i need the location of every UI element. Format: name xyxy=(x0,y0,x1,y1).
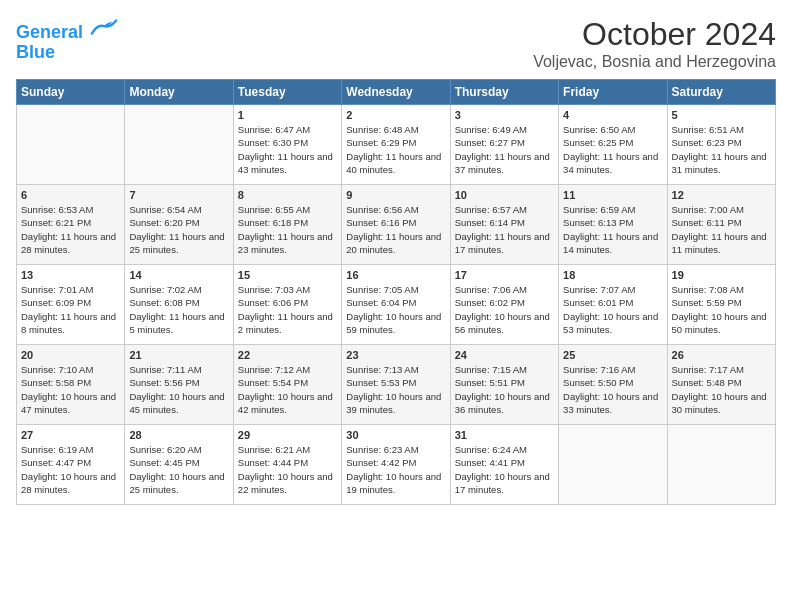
day-detail: Sunrise: 6:53 AM Sunset: 6:21 PM Dayligh… xyxy=(21,203,120,256)
day-detail: Sunrise: 6:50 AM Sunset: 6:25 PM Dayligh… xyxy=(563,123,662,176)
weekday-header: Friday xyxy=(559,80,667,105)
calendar-cell xyxy=(667,425,775,505)
day-number: 28 xyxy=(129,429,228,441)
daylight-text: Daylight: 10 hours and 56 minutes. xyxy=(455,311,550,335)
calendar-week-row: 27 Sunrise: 6:19 AM Sunset: 4:47 PM Dayl… xyxy=(17,425,776,505)
day-number: 23 xyxy=(346,349,445,361)
daylight-text: Daylight: 11 hours and 37 minutes. xyxy=(455,151,550,175)
weekday-header: Thursday xyxy=(450,80,558,105)
daylight-text: Daylight: 11 hours and 14 minutes. xyxy=(563,231,658,255)
sunset-text: Sunset: 6:13 PM xyxy=(563,217,633,228)
sunset-text: Sunset: 6:02 PM xyxy=(455,297,525,308)
calendar-cell: 15 Sunrise: 7:03 AM Sunset: 6:06 PM Dayl… xyxy=(233,265,341,345)
calendar-cell: 23 Sunrise: 7:13 AM Sunset: 5:53 PM Dayl… xyxy=(342,345,450,425)
calendar-cell: 25 Sunrise: 7:16 AM Sunset: 5:50 PM Dayl… xyxy=(559,345,667,425)
sunrise-text: Sunrise: 6:59 AM xyxy=(563,204,635,215)
day-detail: Sunrise: 6:23 AM Sunset: 4:42 PM Dayligh… xyxy=(346,443,445,496)
day-detail: Sunrise: 7:02 AM Sunset: 6:08 PM Dayligh… xyxy=(129,283,228,336)
daylight-text: Daylight: 10 hours and 42 minutes. xyxy=(238,391,333,415)
calendar-cell: 26 Sunrise: 7:17 AM Sunset: 5:48 PM Dayl… xyxy=(667,345,775,425)
logo: General Blue xyxy=(16,16,118,63)
day-number: 17 xyxy=(455,269,554,281)
calendar-cell: 5 Sunrise: 6:51 AM Sunset: 6:23 PM Dayli… xyxy=(667,105,775,185)
calendar-cell: 22 Sunrise: 7:12 AM Sunset: 5:54 PM Dayl… xyxy=(233,345,341,425)
sunset-text: Sunset: 6:20 PM xyxy=(129,217,199,228)
daylight-text: Daylight: 11 hours and 2 minutes. xyxy=(238,311,333,335)
calendar-cell: 9 Sunrise: 6:56 AM Sunset: 6:16 PM Dayli… xyxy=(342,185,450,265)
calendar-cell: 4 Sunrise: 6:50 AM Sunset: 6:25 PM Dayli… xyxy=(559,105,667,185)
sunrise-text: Sunrise: 6:53 AM xyxy=(21,204,93,215)
sunset-text: Sunset: 6:09 PM xyxy=(21,297,91,308)
daylight-text: Daylight: 11 hours and 28 minutes. xyxy=(21,231,116,255)
sunset-text: Sunset: 4:45 PM xyxy=(129,457,199,468)
sunrise-text: Sunrise: 7:07 AM xyxy=(563,284,635,295)
daylight-text: Daylight: 10 hours and 53 minutes. xyxy=(563,311,658,335)
daylight-text: Daylight: 10 hours and 30 minutes. xyxy=(672,391,767,415)
day-number: 1 xyxy=(238,109,337,121)
day-detail: Sunrise: 6:57 AM Sunset: 6:14 PM Dayligh… xyxy=(455,203,554,256)
day-number: 7 xyxy=(129,189,228,201)
sunrise-text: Sunrise: 6:24 AM xyxy=(455,444,527,455)
sunrise-text: Sunrise: 7:03 AM xyxy=(238,284,310,295)
day-number: 16 xyxy=(346,269,445,281)
weekday-header: Sunday xyxy=(17,80,125,105)
weekday-header-row: SundayMondayTuesdayWednesdayThursdayFrid… xyxy=(17,80,776,105)
calendar-cell: 18 Sunrise: 7:07 AM Sunset: 6:01 PM Dayl… xyxy=(559,265,667,345)
daylight-text: Daylight: 10 hours and 50 minutes. xyxy=(672,311,767,335)
calendar-cell: 1 Sunrise: 6:47 AM Sunset: 6:30 PM Dayli… xyxy=(233,105,341,185)
page-header: General Blue October 2024 Voljevac, Bosn… xyxy=(16,16,776,71)
day-number: 30 xyxy=(346,429,445,441)
logo-general: General xyxy=(16,22,83,42)
month-title: October 2024 xyxy=(533,16,776,53)
day-detail: Sunrise: 7:17 AM Sunset: 5:48 PM Dayligh… xyxy=(672,363,771,416)
calendar-cell: 11 Sunrise: 6:59 AM Sunset: 6:13 PM Dayl… xyxy=(559,185,667,265)
sunrise-text: Sunrise: 6:48 AM xyxy=(346,124,418,135)
sunrise-text: Sunrise: 7:12 AM xyxy=(238,364,310,375)
calendar-cell: 24 Sunrise: 7:15 AM Sunset: 5:51 PM Dayl… xyxy=(450,345,558,425)
calendar-cell: 31 Sunrise: 6:24 AM Sunset: 4:41 PM Dayl… xyxy=(450,425,558,505)
calendar-cell: 12 Sunrise: 7:00 AM Sunset: 6:11 PM Dayl… xyxy=(667,185,775,265)
sunrise-text: Sunrise: 7:13 AM xyxy=(346,364,418,375)
daylight-text: Daylight: 10 hours and 17 minutes. xyxy=(455,471,550,495)
day-detail: Sunrise: 6:55 AM Sunset: 6:18 PM Dayligh… xyxy=(238,203,337,256)
sunset-text: Sunset: 6:23 PM xyxy=(672,137,742,148)
day-number: 13 xyxy=(21,269,120,281)
sunrise-text: Sunrise: 7:06 AM xyxy=(455,284,527,295)
daylight-text: Daylight: 11 hours and 25 minutes. xyxy=(129,231,224,255)
sunset-text: Sunset: 4:41 PM xyxy=(455,457,525,468)
day-detail: Sunrise: 6:54 AM Sunset: 6:20 PM Dayligh… xyxy=(129,203,228,256)
sunrise-text: Sunrise: 7:16 AM xyxy=(563,364,635,375)
sunrise-text: Sunrise: 6:47 AM xyxy=(238,124,310,135)
day-detail: Sunrise: 7:05 AM Sunset: 6:04 PM Dayligh… xyxy=(346,283,445,336)
sunset-text: Sunset: 5:59 PM xyxy=(672,297,742,308)
day-number: 26 xyxy=(672,349,771,361)
calendar-cell: 14 Sunrise: 7:02 AM Sunset: 6:08 PM Dayl… xyxy=(125,265,233,345)
daylight-text: Daylight: 11 hours and 40 minutes. xyxy=(346,151,441,175)
calendar-cell xyxy=(17,105,125,185)
day-detail: Sunrise: 7:15 AM Sunset: 5:51 PM Dayligh… xyxy=(455,363,554,416)
sunset-text: Sunset: 5:53 PM xyxy=(346,377,416,388)
day-detail: Sunrise: 7:06 AM Sunset: 6:02 PM Dayligh… xyxy=(455,283,554,336)
sunset-text: Sunset: 6:30 PM xyxy=(238,137,308,148)
sunrise-text: Sunrise: 7:05 AM xyxy=(346,284,418,295)
logo-bird-icon xyxy=(90,16,118,38)
day-number: 25 xyxy=(563,349,662,361)
sunset-text: Sunset: 6:16 PM xyxy=(346,217,416,228)
sunset-text: Sunset: 6:29 PM xyxy=(346,137,416,148)
calendar-cell: 7 Sunrise: 6:54 AM Sunset: 6:20 PM Dayli… xyxy=(125,185,233,265)
sunset-text: Sunset: 4:42 PM xyxy=(346,457,416,468)
daylight-text: Daylight: 11 hours and 11 minutes. xyxy=(672,231,767,255)
sunset-text: Sunset: 5:54 PM xyxy=(238,377,308,388)
day-detail: Sunrise: 7:01 AM Sunset: 6:09 PM Dayligh… xyxy=(21,283,120,336)
sunrise-text: Sunrise: 7:08 AM xyxy=(672,284,744,295)
daylight-text: Daylight: 10 hours and 36 minutes. xyxy=(455,391,550,415)
sunset-text: Sunset: 5:58 PM xyxy=(21,377,91,388)
sunrise-text: Sunrise: 6:49 AM xyxy=(455,124,527,135)
daylight-text: Daylight: 10 hours and 25 minutes. xyxy=(129,471,224,495)
sunrise-text: Sunrise: 7:10 AM xyxy=(21,364,93,375)
logo-text-block: General Blue xyxy=(16,16,118,63)
logo-blue: Blue xyxy=(16,43,118,63)
calendar-cell xyxy=(559,425,667,505)
daylight-text: Daylight: 11 hours and 23 minutes. xyxy=(238,231,333,255)
daylight-text: Daylight: 10 hours and 33 minutes. xyxy=(563,391,658,415)
